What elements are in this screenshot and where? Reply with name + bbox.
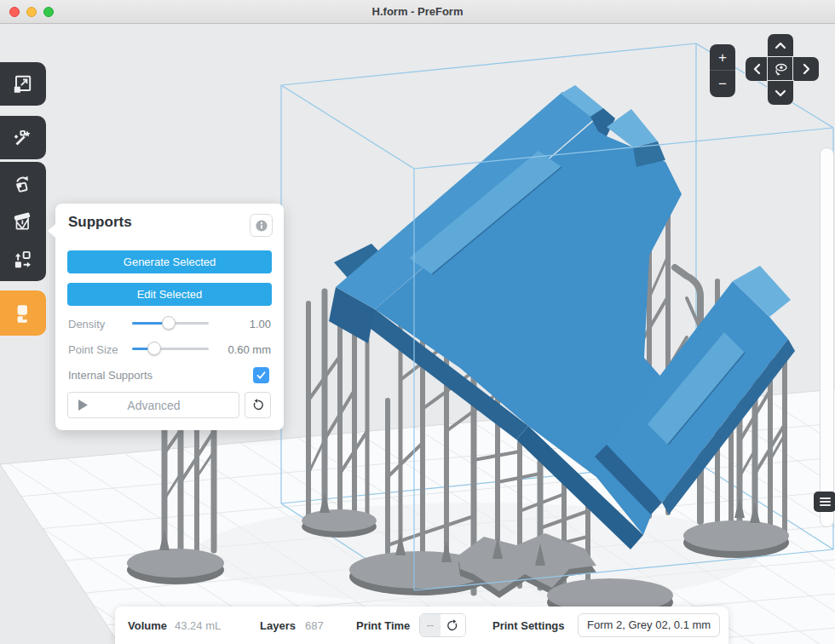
- print-settings-value[interactable]: Form 2, Grey 02, 0.1 mm: [578, 613, 720, 637]
- layers-label: Layers: [260, 619, 296, 632]
- pan-up-button[interactable]: [768, 34, 793, 57]
- check-icon: [256, 370, 267, 381]
- toolbar-button-supports[interactable]: [11, 203, 33, 240]
- edit-selected-button[interactable]: Edit Selected: [67, 283, 272, 306]
- refresh-icon: [446, 618, 460, 633]
- layer-slider-track[interactable]: [820, 147, 834, 527]
- zoom-controls: + −: [710, 44, 735, 97]
- volume-label: Volume: [128, 619, 167, 632]
- chevron-left-icon: [753, 63, 761, 75]
- reset-button[interactable]: [245, 392, 271, 418]
- internal-supports-checkbox[interactable]: [253, 367, 269, 383]
- layout-icon: [11, 248, 33, 270]
- density-slider[interactable]: [132, 316, 209, 330]
- toolbar-group: [0, 162, 46, 281]
- supports-panel: Supports Generate Selected Edit Selected…: [55, 204, 284, 430]
- toolbar-button-layout[interactable]: [11, 240, 33, 278]
- zoom-in-button[interactable]: +: [710, 44, 735, 71]
- density-value: 1.00: [211, 318, 271, 331]
- preform-window: H.form - PreForm: [0, 0, 835, 644]
- volume-value: 43.24 mL: [175, 619, 221, 632]
- chevron-right-icon: [803, 63, 810, 75]
- pan-right-button[interactable]: [793, 57, 819, 81]
- cartridge-icon: [11, 302, 33, 325]
- window-title: H.form - PreForm: [0, 0, 835, 24]
- layers-value: 687: [305, 619, 324, 632]
- scale-icon: [11, 73, 33, 95]
- internal-supports-label: Internal Supports: [68, 369, 153, 382]
- layers-icon: [820, 497, 831, 499]
- slider-thumb[interactable]: [162, 316, 176, 330]
- panel-pointer: [48, 224, 55, 238]
- advanced-button[interactable]: Advanced: [67, 392, 239, 418]
- print-settings-label: Print Settings: [492, 619, 565, 632]
- rotate-icon: [11, 173, 33, 195]
- title-bar: H.form - PreForm: [0, 0, 835, 24]
- generate-selected-button[interactable]: Generate Selected: [67, 250, 272, 273]
- point-size-slider[interactable]: [132, 342, 209, 355]
- orbit-view-button[interactable]: [768, 57, 793, 81]
- pan-left-button[interactable]: [746, 57, 768, 81]
- print-time-value: --: [420, 614, 441, 636]
- density-label: Density: [68, 318, 105, 331]
- advanced-label: Advanced: [88, 399, 220, 412]
- layer-slider-handle[interactable]: [814, 492, 835, 512]
- viewport-3d[interactable]: Supports Generate Selected Edit Selected…: [0, 24, 835, 644]
- point-size-label: Point Size: [68, 343, 118, 356]
- status-bar: Volume 43.24 mL Layers 687 Print Time --…: [115, 607, 728, 644]
- toolbar-button-scale[interactable]: [0, 62, 46, 106]
- view-pad: [746, 34, 819, 105]
- slider-thumb[interactable]: [147, 342, 161, 355]
- info-button[interactable]: [250, 214, 273, 237]
- undo-icon: [250, 398, 265, 412]
- print-time-control: --: [419, 613, 466, 637]
- print-button[interactable]: [0, 290, 46, 336]
- pan-down-button[interactable]: [768, 81, 793, 105]
- zoom-out-button[interactable]: −: [710, 71, 735, 97]
- magic-wand-icon: [11, 127, 33, 149]
- point-size-value: 0.60 mm: [211, 343, 271, 356]
- chevron-down-icon: [775, 89, 786, 97]
- orbit-eye-icon: [770, 60, 791, 78]
- toolbar-button-orient[interactable]: [11, 165, 33, 203]
- info-icon: [253, 217, 270, 234]
- chevron-up-icon: [775, 42, 786, 49]
- toolbar-button-one-click-print[interactable]: [0, 116, 46, 159]
- supports-icon: [11, 210, 33, 233]
- refresh-print-time-button[interactable]: [441, 614, 465, 636]
- panel-title: Supports: [68, 214, 132, 231]
- print-time-label: Print Time: [356, 619, 410, 632]
- play-icon: [78, 400, 88, 411]
